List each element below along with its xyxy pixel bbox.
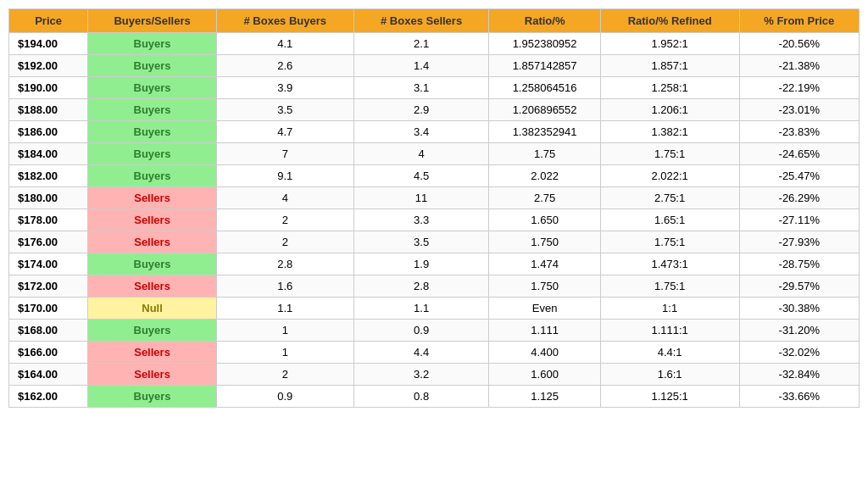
col-header-price: Price (9, 9, 88, 33)
ratio-refined-cell: 2.022:1 (600, 165, 739, 187)
buyers-sellers-cell: Buyers (88, 99, 217, 121)
boxes-buyers-cell: 1.6 (216, 275, 353, 298)
boxes-sellers-cell: 3.4 (353, 121, 489, 143)
price-cell: $172.00 (9, 275, 88, 298)
boxes-sellers-cell: 2.8 (353, 275, 489, 298)
table-row: $184.00Buyers741.751.75:1-24.65% (9, 143, 860, 165)
ratio-cell: 1.258064516 (489, 77, 600, 99)
ratio-refined-cell: 1.952:1 (600, 33, 739, 55)
price-cell: $176.00 (9, 231, 88, 253)
price-cell: $174.00 (9, 253, 88, 275)
price-cell: $166.00 (9, 342, 88, 364)
pct-from-price-cell: -21.38% (739, 55, 859, 77)
price-cell: $188.00 (9, 99, 88, 121)
pct-from-price-cell: -32.02% (739, 342, 859, 364)
price-cell: $182.00 (9, 165, 88, 187)
ratio-refined-cell: 1.75:1 (600, 231, 739, 253)
ratio-refined-cell: 1.111:1 (600, 320, 739, 342)
ratio-refined-cell: 1.382:1 (600, 121, 739, 143)
boxes-buyers-cell: 2.6 (216, 55, 353, 77)
price-cell: $168.00 (9, 320, 88, 342)
buyers-sellers-cell: Sellers (88, 364, 217, 386)
price-cell: $180.00 (9, 187, 88, 209)
boxes-sellers-cell: 2.1 (353, 33, 489, 55)
boxes-sellers-cell: 0.8 (353, 386, 489, 408)
table-row: $174.00Buyers2.81.91.4741.473:1-28.75% (9, 253, 860, 275)
pct-from-price-cell: -29.57% (739, 275, 859, 298)
buyers-sellers-cell: Null (88, 298, 217, 320)
price-cell: $192.00 (9, 55, 88, 77)
boxes-sellers-cell: 11 (353, 187, 489, 209)
ratio-refined-cell: 1.125:1 (600, 386, 739, 408)
ratio-cell: 2.022 (489, 165, 600, 187)
col-header-boxes-sellers: # Boxes Sellers (353, 9, 489, 33)
boxes-sellers-cell: 0.9 (353, 320, 489, 342)
ratio-cell: 1.650 (489, 209, 600, 231)
boxes-sellers-cell: 3.3 (353, 209, 489, 231)
boxes-sellers-cell: 1.1 (353, 298, 489, 320)
pct-from-price-cell: -28.75% (739, 253, 859, 275)
boxes-buyers-cell: 2 (216, 231, 353, 253)
pct-from-price-cell: -30.38% (739, 298, 859, 320)
boxes-buyers-cell: 4.1 (216, 33, 353, 55)
boxes-sellers-cell: 4 (353, 143, 489, 165)
ratio-refined-cell: 1.473:1 (600, 253, 739, 275)
boxes-buyers-cell: 2.8 (216, 253, 353, 275)
price-cell: $178.00 (9, 209, 88, 231)
buyers-sellers-cell: Buyers (88, 320, 217, 342)
table-row: $188.00Buyers3.52.91.2068965521.206:1-23… (9, 99, 860, 121)
boxes-buyers-cell: 9.1 (216, 165, 353, 187)
boxes-buyers-cell: 2 (216, 364, 353, 386)
table-row: $168.00Buyers10.91.1111.111:1-31.20% (9, 320, 860, 342)
buyers-sellers-cell: Buyers (88, 55, 217, 77)
boxes-sellers-cell: 1.9 (353, 253, 489, 275)
pct-from-price-cell: -23.01% (739, 99, 859, 121)
ratio-cell: 1.750 (489, 275, 600, 298)
pct-from-price-cell: -22.19% (739, 77, 859, 99)
boxes-buyers-cell: 1 (216, 320, 353, 342)
ratio-refined-cell: 2.75:1 (600, 187, 739, 209)
ratio-refined-cell: 1.65:1 (600, 209, 739, 231)
buyers-sellers-cell: Sellers (88, 231, 217, 253)
boxes-buyers-cell: 4.7 (216, 121, 353, 143)
col-header-ratio: Ratio/% (489, 9, 600, 33)
table-row: $182.00Buyers9.14.52.0222.022:1-25.47% (9, 165, 860, 187)
buyers-sellers-cell: Buyers (88, 33, 217, 55)
buyers-sellers-cell: Buyers (88, 77, 217, 99)
boxes-sellers-cell: 4.4 (353, 342, 489, 364)
price-cell: $164.00 (9, 364, 88, 386)
pct-from-price-cell: -25.47% (739, 165, 859, 187)
boxes-sellers-cell: 3.5 (353, 231, 489, 253)
boxes-buyers-cell: 1 (216, 342, 353, 364)
col-header-boxes-buyers: # Boxes Buyers (216, 9, 353, 33)
pct-from-price-cell: -27.93% (739, 231, 859, 253)
ratio-cell: 1.857142857 (489, 55, 600, 77)
ratio-cell: 1.125 (489, 386, 600, 408)
boxes-sellers-cell: 3.2 (353, 364, 489, 386)
pct-from-price-cell: -27.11% (739, 209, 859, 231)
pct-from-price-cell: -26.29% (739, 187, 859, 209)
buyers-sellers-cell: Buyers (88, 165, 217, 187)
ratio-cell: 1.75 (489, 143, 600, 165)
boxes-sellers-cell: 2.9 (353, 99, 489, 121)
table-row: $190.00Buyers3.93.11.2580645161.258:1-22… (9, 77, 860, 99)
ratio-cell: 1.952380952 (489, 33, 600, 55)
table-row: $170.00Null1.11.1Even1:1-30.38% (9, 298, 860, 320)
buyers-sellers-cell: Buyers (88, 121, 217, 143)
ratio-cell: 1.474 (489, 253, 600, 275)
boxes-buyers-cell: 7 (216, 143, 353, 165)
boxes-sellers-cell: 3.1 (353, 77, 489, 99)
price-cell: $170.00 (9, 298, 88, 320)
ratio-refined-cell: 1.258:1 (600, 77, 739, 99)
ratio-cell: 1.750 (489, 231, 600, 253)
price-cell: $186.00 (9, 121, 88, 143)
ratio-refined-cell: 1.75:1 (600, 275, 739, 298)
table-row: $162.00Buyers0.90.81.1251.125:1-33.66% (9, 386, 860, 408)
ratio-cell: 1.111 (489, 320, 600, 342)
ratio-cell: Even (489, 298, 600, 320)
table-body: $194.00Buyers4.12.11.9523809521.952:1-20… (9, 33, 860, 408)
table-row: $166.00Sellers14.44.4004.4:1-32.02% (9, 342, 860, 364)
pct-from-price-cell: -33.66% (739, 386, 859, 408)
price-cell: $190.00 (9, 77, 88, 99)
price-table: Price Buyers/Sellers # Boxes Buyers # Bo… (8, 8, 860, 408)
